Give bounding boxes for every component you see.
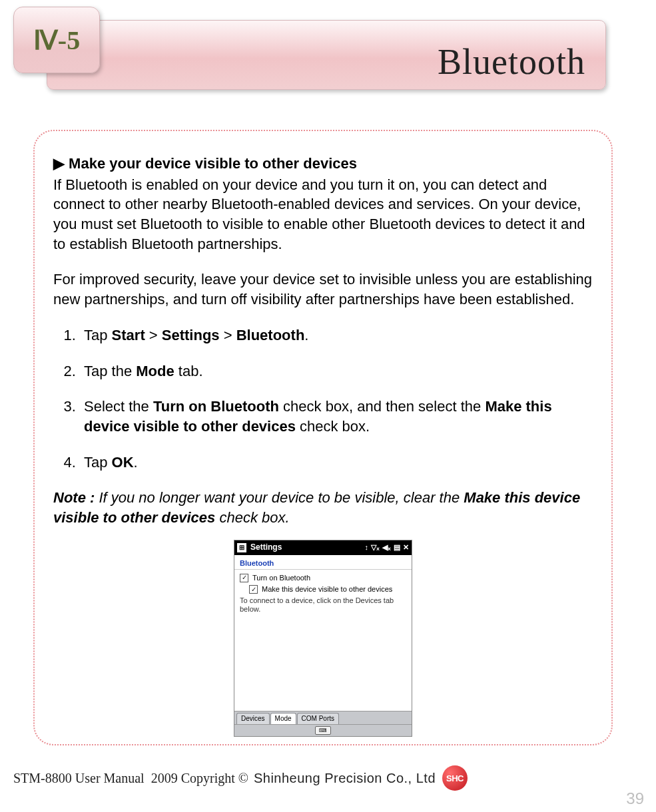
device-footer: ⌨ [234, 724, 412, 736]
step-text: . [304, 327, 308, 343]
note-body: If you no longer want your device to be … [95, 489, 464, 506]
note: Note : If you no longer want your device… [53, 488, 593, 527]
device-heading: Bluetooth [234, 555, 412, 570]
device-body: ✓ Turn on Bluetooth ✓ Make this device v… [234, 570, 412, 711]
step-2: Tap the Mode tab. [80, 361, 593, 381]
start-flag-icon: ⊞ [237, 543, 246, 552]
chapter-tab: Ⅳ-5 [13, 7, 100, 73]
step-bold: Mode [136, 363, 174, 379]
step-text: Tap the [84, 363, 136, 379]
step-bold: Start [112, 327, 145, 343]
device-tabs: Devices Mode COM Ports [234, 711, 412, 724]
checkbox-label: Turn on Bluetooth [252, 574, 406, 582]
step-text: check box. [296, 418, 370, 435]
note-label: Note : [53, 489, 95, 506]
step-4: Tap OK. [80, 453, 593, 473]
checkbox-row-2: ✓ Make this device visible to other devi… [240, 585, 406, 594]
device-title: Settings [250, 542, 282, 552]
step-bold: OK [112, 454, 134, 471]
step-text: check box, and then select the [279, 398, 485, 415]
checkbox-make-visible[interactable]: ✓ [249, 585, 258, 594]
shc-logo-icon: SHC [442, 765, 468, 791]
page-title: Bluetooth [438, 41, 585, 83]
footer-copyright: 2009 Copyright © [151, 771, 248, 786]
step-text: tab. [174, 363, 203, 379]
step-bold: Turn on Bluetooth [153, 398, 279, 415]
steps-list: Tap Start > Settings > Bluetooth. Tap th… [53, 325, 593, 472]
tab-mode[interactable]: Mode [270, 713, 296, 724]
footer-manual: STM-8800 User Manual [13, 771, 145, 786]
step-1: Tap Start > Settings > Bluetooth. [80, 325, 593, 345]
keyboard-icon[interactable]: ⌨ [315, 726, 331, 735]
step-bold: Settings [162, 327, 220, 343]
step-3: Select the Turn on Bluetooth check box, … [80, 397, 593, 436]
checkbox-turn-on-bluetooth[interactable]: ✓ [240, 574, 248, 582]
device-screenshot: ⊞ Settings ↕ ▽ₓ ◀ₓ ▤ ✕ Bluetooth ✓ Turn … [234, 540, 412, 737]
intro-paragraph-1: If Bluetooth is enabled on your device a… [53, 175, 593, 254]
footer-company: Shinheung Precision Co., Ltd [254, 771, 436, 786]
close-icon: ✕ [403, 543, 409, 552]
tab-com-ports[interactable]: COM Ports [297, 713, 339, 724]
step-text: > [220, 327, 236, 343]
device-hint: To connect to a device, click on the Dev… [240, 596, 406, 614]
checkbox-row-1: ✓ Turn on Bluetooth [240, 574, 406, 582]
page-number: 39 [626, 789, 644, 808]
step-text: > [145, 327, 162, 343]
step-text: Tap [84, 454, 112, 471]
header-bar: Bluetooth [47, 20, 606, 90]
device-titlebar: ⊞ Settings ↕ ▽ₓ ◀ₓ ▤ ✕ [234, 540, 412, 555]
step-bold: Bluetooth [236, 327, 305, 343]
battery-icon: ▤ [394, 543, 400, 552]
step-text: Select the [84, 398, 153, 415]
step-text: Tap [84, 327, 112, 343]
volume-icon: ◀ₓ [382, 543, 391, 552]
content-box: ▶ Make your device visible to other devi… [33, 130, 613, 745]
intro-paragraph-2: For improved security, leave your device… [53, 270, 593, 309]
sync-icon: ↕ [365, 543, 369, 552]
step-text: . [134, 454, 138, 471]
chapter-label: Ⅳ-5 [33, 25, 80, 56]
signal-icon: ▽ₓ [371, 543, 380, 552]
checkbox-label: Make this device visible to other device… [262, 585, 406, 594]
page-footer: STM-8800 User Manual 2009 Copyright © Sh… [0, 765, 656, 791]
section-heading: ▶ Make your device visible to other devi… [53, 154, 593, 174]
note-body: check box. [215, 509, 289, 526]
tab-devices[interactable]: Devices [236, 713, 270, 724]
